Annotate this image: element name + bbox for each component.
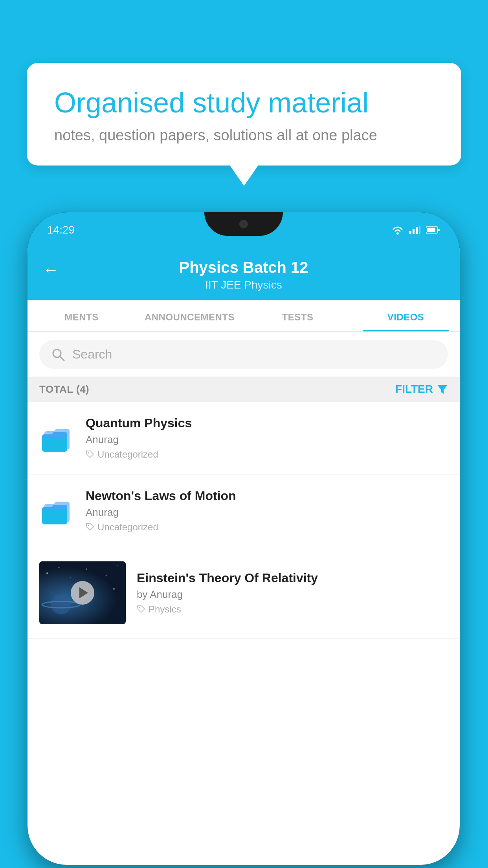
search-box[interactable]: Search bbox=[39, 340, 448, 369]
svg-point-22 bbox=[117, 565, 118, 566]
video-tag: Physics bbox=[137, 604, 448, 615]
svg-point-25 bbox=[51, 595, 71, 614]
svg-marker-10 bbox=[438, 385, 447, 394]
tag-label: Physics bbox=[149, 604, 181, 615]
svg-point-27 bbox=[139, 607, 140, 609]
play-triangle-icon bbox=[79, 587, 88, 598]
video-author: by Anurag bbox=[137, 588, 448, 601]
video-tag: Uncategorized bbox=[86, 522, 448, 533]
tag-label: Uncategorized bbox=[97, 449, 158, 460]
svg-point-18 bbox=[59, 567, 60, 568]
search-icon bbox=[51, 348, 65, 362]
list-item[interactable]: Quantum Physics Anurag Uncategorized bbox=[28, 402, 460, 474]
svg-point-16 bbox=[88, 525, 89, 526]
tab-announcements[interactable]: ANNOUNCEMENTS bbox=[136, 300, 244, 331]
phone-shell: 14:29 bbox=[28, 212, 460, 865]
notch bbox=[204, 212, 283, 236]
filter-button[interactable]: FILTER bbox=[395, 383, 448, 395]
tab-ments[interactable]: MENTS bbox=[28, 300, 136, 331]
camera-dot bbox=[239, 220, 248, 228]
folder-icon-wrapper bbox=[39, 420, 75, 456]
svg-rect-3 bbox=[416, 227, 418, 234]
wifi-icon bbox=[391, 225, 404, 235]
svg-rect-7 bbox=[438, 229, 440, 231]
tabs-bar: MENTS ANNOUNCEMENTS TESTS VIDEOS bbox=[28, 300, 460, 332]
battery-icon bbox=[426, 226, 440, 234]
tag-icon bbox=[86, 450, 94, 459]
svg-point-0 bbox=[396, 232, 399, 235]
play-button[interactable] bbox=[71, 581, 94, 605]
svg-point-19 bbox=[70, 577, 71, 577]
svg-point-13 bbox=[88, 452, 89, 454]
folder-icon bbox=[41, 496, 73, 526]
svg-point-20 bbox=[86, 568, 87, 570]
video-info: Newton's Laws of Motion Anurag Uncategor… bbox=[86, 489, 448, 533]
svg-point-24 bbox=[113, 588, 115, 590]
svg-rect-12 bbox=[42, 434, 67, 452]
video-title: Newton's Laws of Motion bbox=[86, 489, 448, 503]
folder-icon bbox=[41, 423, 73, 453]
filter-funnel-icon bbox=[437, 384, 448, 395]
list-item[interactable]: Einstein's Theory Of Relativity by Anura… bbox=[28, 547, 460, 639]
total-count: TOTAL (4) bbox=[39, 383, 89, 395]
signal-icon bbox=[409, 226, 420, 234]
search-container: Search bbox=[28, 332, 460, 377]
video-list: Quantum Physics Anurag Uncategorized bbox=[28, 402, 460, 639]
header-title: Physics Batch 12 bbox=[179, 259, 308, 276]
tab-videos[interactable]: VIDEOS bbox=[352, 300, 460, 331]
folder-icon-wrapper bbox=[39, 493, 75, 528]
svg-rect-6 bbox=[427, 228, 435, 232]
bubble-subtitle: notes, question papers, solutions all at… bbox=[54, 127, 434, 144]
tab-tests[interactable]: TESTS bbox=[244, 300, 352, 331]
tag-label: Uncategorized bbox=[97, 522, 158, 533]
search-placeholder: Search bbox=[72, 347, 112, 362]
list-item[interactable]: Newton's Laws of Motion Anurag Uncategor… bbox=[28, 474, 460, 547]
header-subtitle: IIT JEE Physics bbox=[205, 279, 282, 291]
video-info: Quantum Physics Anurag Uncategorized bbox=[86, 416, 448, 460]
video-author: Anurag bbox=[86, 434, 448, 446]
video-title: Quantum Physics bbox=[86, 416, 448, 430]
svg-rect-2 bbox=[413, 229, 415, 234]
video-title: Einstein's Theory Of Relativity bbox=[137, 571, 448, 585]
status-time: 14:29 bbox=[47, 224, 75, 236]
phone-content: ← Physics Batch 12 IIT JEE Physics MENTS… bbox=[28, 248, 460, 865]
bubble-title: Organised study material bbox=[54, 86, 434, 119]
video-author: Anurag bbox=[86, 506, 448, 519]
svg-point-23 bbox=[51, 592, 51, 593]
svg-point-17 bbox=[46, 572, 48, 574]
tag-icon bbox=[86, 523, 94, 531]
status-bar: 14:29 bbox=[28, 212, 460, 248]
svg-line-9 bbox=[60, 357, 64, 360]
svg-rect-15 bbox=[42, 507, 67, 524]
video-thumbnail[interactable] bbox=[39, 561, 126, 624]
app-header: ← Physics Batch 12 IIT JEE Physics bbox=[28, 248, 460, 300]
svg-rect-1 bbox=[409, 231, 411, 234]
svg-rect-4 bbox=[419, 226, 420, 234]
tag-icon bbox=[137, 605, 145, 614]
speech-bubble: Organised study material notes, question… bbox=[27, 63, 461, 166]
back-button[interactable]: ← bbox=[42, 260, 59, 279]
filter-bar: TOTAL (4) FILTER bbox=[28, 377, 460, 402]
filter-label: FILTER bbox=[395, 383, 433, 395]
video-tag: Uncategorized bbox=[86, 449, 448, 460]
status-icons bbox=[391, 225, 440, 235]
svg-point-21 bbox=[106, 575, 107, 576]
video-info: Einstein's Theory Of Relativity by Anura… bbox=[137, 571, 448, 615]
